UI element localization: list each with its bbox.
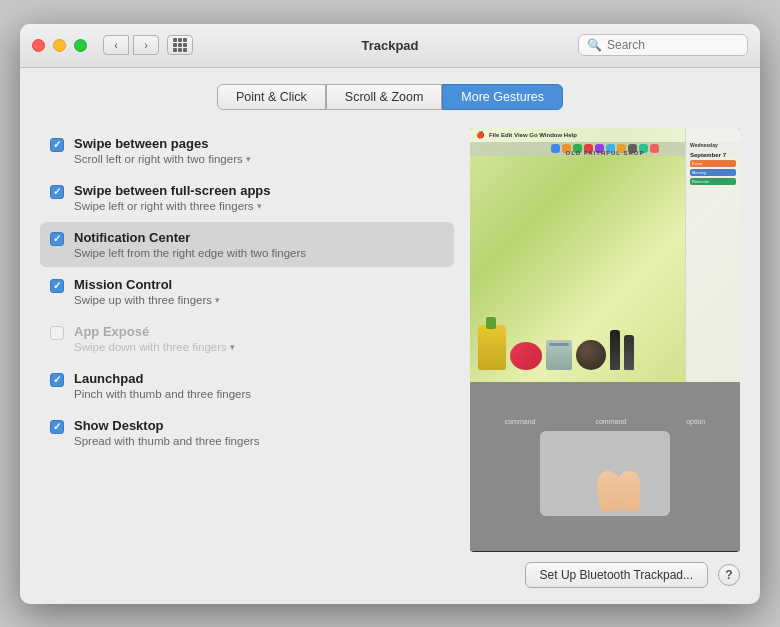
sidebar-event: Event [690,160,736,167]
search-icon: 🔍 [587,38,602,52]
search-box[interactable]: 🔍 [578,34,748,56]
minimize-button[interactable] [53,39,66,52]
show-desktop-text: Show Desktop Spread with thumb and three… [74,418,259,447]
mission-control-checkbox[interactable] [50,279,64,293]
tab-scroll-zoom[interactable]: Scroll & Zoom [326,84,443,110]
launchpad-subtitle: Pinch with thumb and three fingers [74,388,251,400]
search-input[interactable] [607,38,739,52]
traffic-lights [32,39,87,52]
swipe-pages-title: Swipe between pages [74,136,251,151]
swipe-fullscreen-checkbox[interactable] [50,185,64,199]
mission-control-subtitle: Swipe up with three fingers ▾ [74,294,220,306]
swipe-fullscreen-text: Swipe between full-screen apps Swipe lef… [74,183,271,212]
notification-center-subtitle: Swipe left from the right edge with two … [74,247,306,259]
tab-bar: Point & Click Scroll & Zoom More Gesture… [40,84,740,110]
swipe-fullscreen-title: Swipe between full-screen apps [74,183,271,198]
notification-center-title: Notification Center [74,230,306,245]
preview-image: 🍎 File Edit View Go Window Help OLD FAIT… [470,128,740,552]
swipe-pages-subtitle: Scroll left or right with two fingers ▾ [74,153,251,165]
gesture-mission-control[interactable]: Mission Control Swipe up with three fing… [40,269,454,314]
gesture-swipe-pages[interactable]: Swipe between pages Scroll left or right… [40,128,454,173]
mission-control-text: Mission Control Swipe up with three fing… [74,277,220,306]
trackpad-visual [540,431,670,516]
finger-2 [596,470,621,512]
bottom-bar: Set Up Bluetooth Trackpad... ? [40,552,740,588]
preview-keyboard-area: command command option [470,382,740,552]
forward-button[interactable]: › [133,35,159,55]
gesture-app-expose[interactable]: App Exposé Swipe down with three fingers… [40,316,454,361]
maximize-button[interactable] [74,39,87,52]
gesture-swipe-fullscreen[interactable]: Swipe between full-screen apps Swipe lef… [40,175,454,220]
swipe-fullscreen-subtitle: Swipe left or right with three fingers ▾ [74,200,271,212]
notification-center-checkbox[interactable] [50,232,64,246]
command-label-left: command [505,418,536,425]
gesture-show-desktop[interactable]: Show Desktop Spread with thumb and three… [40,410,454,455]
keyboard-labels: command command option [505,418,706,425]
show-desktop-title: Show Desktop [74,418,259,433]
store-name-label: OLD FAITHFUL SHOP [566,150,645,156]
nav-buttons: ‹ › [103,35,159,55]
finger-1 [618,471,640,511]
chevron-icon: ▾ [230,342,235,352]
grid-icon [173,38,187,52]
sidebar-date: Wednesday [690,142,736,148]
swipe-pages-checkbox[interactable] [50,138,64,152]
launchpad-checkbox[interactable] [50,373,64,387]
chevron-icon: ▾ [215,295,220,305]
trackpad-preferences-window: ‹ › Trackpad 🔍 Point & Click Scroll & Zo… [20,24,760,604]
launchpad-text: Launchpad Pinch with thumb and three fin… [74,371,251,400]
chevron-icon: ▾ [246,154,251,164]
show-desktop-subtitle: Spread with thumb and three fingers [74,435,259,447]
app-expose-title: App Exposé [74,324,235,339]
option-label: option [686,418,705,425]
app-expose-checkbox[interactable] [50,326,64,340]
chevron-icon: ▾ [257,201,262,211]
titlebar: ‹ › Trackpad 🔍 [20,24,760,68]
swipe-pages-text: Swipe between pages Scroll left or right… [74,136,251,165]
tab-more-gestures[interactable]: More Gestures [442,84,563,110]
launchpad-title: Launchpad [74,371,251,386]
mission-control-title: Mission Control [74,277,220,292]
preview-screen: 🍎 File Edit View Go Window Help OLD FAIT… [470,128,740,382]
back-button[interactable]: ‹ [103,35,129,55]
app-expose-subtitle: Swipe down with three fingers ▾ [74,341,235,353]
app-expose-text: App Exposé Swipe down with three fingers… [74,324,235,353]
grid-view-button[interactable] [167,35,193,55]
gestures-list: Swipe between pages Scroll left or right… [40,128,454,552]
gesture-notification-center[interactable]: Notification Center Swipe left from the … [40,222,454,267]
show-desktop-checkbox[interactable] [50,420,64,434]
preview-sidebar: Wednesday September 7 Event Meeting Remi… [685,128,740,382]
tab-point-click[interactable]: Point & Click [217,84,326,110]
help-button[interactable]: ? [718,564,740,586]
main-area: Swipe between pages Scroll left or right… [40,128,740,552]
command-label-right: command [595,418,626,425]
window-title: Trackpad [361,38,418,53]
notification-center-text: Notification Center Swipe left from the … [74,230,306,259]
gesture-launchpad[interactable]: Launchpad Pinch with thumb and three fin… [40,363,454,408]
content-area: Point & Click Scroll & Zoom More Gesture… [20,68,760,604]
preview-area: 🍎 File Edit View Go Window Help OLD FAIT… [470,128,740,552]
close-button[interactable] [32,39,45,52]
setup-bluetooth-button[interactable]: Set Up Bluetooth Trackpad... [525,562,708,588]
